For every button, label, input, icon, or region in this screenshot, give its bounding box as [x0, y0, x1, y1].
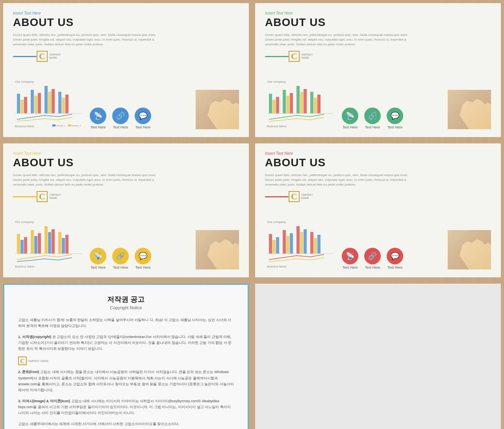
svg-rect-12 [65, 95, 69, 113]
icon-row-4: 📡 Text Here 🔗 Text Here 💬 Text Here [342, 248, 444, 269]
chat-icon-4: 💬 [387, 248, 403, 264]
svg-rect-1 [17, 94, 20, 113]
chart-2: Our company [265, 78, 338, 129]
icon-label-1b: Text Here [113, 125, 128, 129]
logo-bar-1: C OMPANYNAME [13, 51, 239, 62]
svg-rect-42 [48, 232, 51, 254]
svg-rect-56 [296, 226, 300, 254]
svg-rect-28 [304, 89, 307, 113]
svg-rect-6 [38, 93, 41, 113]
icon-row-3: 📡 Text Here 🔗 Text Here 💬 Text Here [90, 248, 192, 269]
copyright-intro: 고맙소 새롬님 이치사가 함게! 뉴룸의 한달의 소하없는 시력을 넣어주시어 … [18, 317, 234, 329]
logo-bar-2: C OMPANYNAME [265, 51, 491, 62]
svg-rect-3 [24, 97, 27, 113]
logo-line-1 [13, 56, 37, 57]
copyright-box: 저작권 공고 Copyright Notice 고맙소 새롬님 이치사가 함게!… [3, 284, 249, 429]
slide-title-2: ABOUT US [265, 16, 491, 29]
logo-c-2: C [289, 51, 300, 62]
svg-rect-60 [314, 238, 317, 254]
svg-rect-43 [52, 229, 55, 254]
icon-item-2a: 📡 Text Here [342, 108, 358, 129]
logo-text-3: OMPANYNAME [49, 193, 61, 200]
svg-rect-53 [283, 230, 286, 254]
chart-svg-2: Our company [265, 78, 338, 129]
wifi-icon-1: 📡 [90, 108, 106, 124]
photo-1 [196, 90, 239, 129]
svg-rect-59 [310, 232, 313, 254]
slide-yellow: Insert Text Here ABOUT US Donec quam fel… [3, 143, 249, 277]
svg-rect-10 [58, 92, 61, 113]
icon-label-2a: Text Here [343, 125, 358, 129]
icon-label-4a: Text Here [343, 266, 358, 269]
icon-row-2: 📡 Text Here 🔗 Text Here 💬 Text Here [342, 108, 444, 129]
svg-rect-46 [65, 235, 69, 254]
chart-4: Our company [265, 218, 338, 269]
icon-label-1a: Text Here [91, 125, 106, 129]
icon-item-4a: 📡 Text Here [342, 248, 358, 269]
icons-area-2: 📡 Text Here 🔗 Text Here 💬 Text Here [342, 108, 444, 129]
chart-svg-3: Our company [13, 218, 86, 269]
share-icon-4: 🔗 [364, 248, 381, 264]
svg-rect-24 [286, 96, 289, 113]
copyright-s1: 1. 서작권(copyright) 은 고맙소의 요소 전 서정던 고맙과 단어… [18, 334, 234, 352]
svg-rect-45 [62, 238, 65, 254]
logo-bar-3: C OMPANYNAME [13, 191, 239, 202]
svg-rect-39 [34, 236, 37, 254]
share-icon-2: 🔗 [364, 108, 381, 124]
svg-rect-50 [269, 234, 272, 254]
svg-rect-20 [269, 94, 272, 113]
svg-text:Business Name: Business Name [15, 265, 34, 268]
chat-icon-2: 💬 [387, 108, 403, 124]
svg-rect-58 [304, 229, 307, 254]
svg-rect-11 [62, 98, 65, 113]
copyright-title-en: Copyright Notice [18, 305, 234, 310]
copyright-s1-title: 1. 서작권(copyright) [18, 335, 51, 339]
copyright-s3-title: 3. 이여시(Image) & 아이콘(Icon) [18, 399, 70, 403]
svg-text:Business Name: Business Name [15, 125, 34, 128]
icon-label-2c: Text Here [387, 125, 403, 129]
svg-rect-41 [44, 226, 48, 254]
logo-bar-4: C OMPANYNAME [265, 191, 491, 202]
svg-rect-25 [290, 93, 293, 113]
icon-item-3a: 📡 Text Here [90, 248, 106, 269]
svg-text:Our company: Our company [267, 80, 286, 84]
svg-text:Our company: Our company [267, 220, 286, 224]
svg-rect-27 [300, 92, 303, 113]
svg-text:Our company: Our company [15, 220, 34, 224]
svg-rect-31 [317, 95, 321, 113]
photo-3 [196, 230, 239, 269]
copyright-logo-text: OMPANY NAME [28, 359, 48, 364]
icon-label-4b: Text Here [365, 266, 380, 269]
icon-item-2c: 💬 Text Here [387, 108, 403, 129]
svg-rect-9 [52, 89, 55, 113]
slide-red: Insert Text Here ABOUT US Donec quam fel… [255, 143, 501, 277]
svg-rect-2 [20, 100, 24, 113]
icon-item-4b: 🔗 Text Here [364, 248, 381, 269]
svg-rect-30 [314, 98, 317, 113]
slide-blue: Insert Text Here ABOUT US Donec quam fel… [3, 3, 249, 137]
icon-item-1b: 🔗 Text Here [112, 108, 129, 129]
svg-rect-52 [276, 237, 279, 254]
copyright-logo-c: C [18, 357, 27, 365]
svg-rect-36 [20, 240, 24, 254]
svg-rect-37 [24, 237, 27, 254]
svg-rect-8 [48, 92, 51, 113]
svg-rect-61 [317, 235, 321, 254]
slide-bottom-2: Our company [265, 78, 491, 129]
wifi-icon-4: 📡 [342, 248, 358, 264]
icon-label-2b: Text Here [365, 125, 380, 129]
insert-text-4: Insert Text Here [265, 151, 491, 156]
svg-rect-35 [17, 234, 20, 254]
copyright-section: 저작권 공고 Copyright Notice 고맙소 새롬님 이치사가 함게!… [3, 284, 249, 429]
icon-label-3c: Text Here [135, 266, 151, 269]
logo-text-2: OMPANYNAME [301, 53, 313, 60]
svg-rect-51 [272, 240, 276, 254]
icon-label-3a: Text Here [91, 266, 106, 269]
slide-title-3: ABOUT US [13, 156, 239, 169]
share-icon-3: 🔗 [112, 248, 129, 264]
copyright-body: 고맙소 새롬님 이치사가 함게! 뉴룸의 한달의 소하없는 시력을 넣어주시어 … [18, 317, 234, 427]
icon-item-3c: 💬 Text Here [135, 248, 151, 269]
svg-rect-4 [31, 90, 34, 113]
icon-item-1c: 💬 Text Here [135, 108, 151, 129]
chart-3: Our company [13, 218, 86, 269]
